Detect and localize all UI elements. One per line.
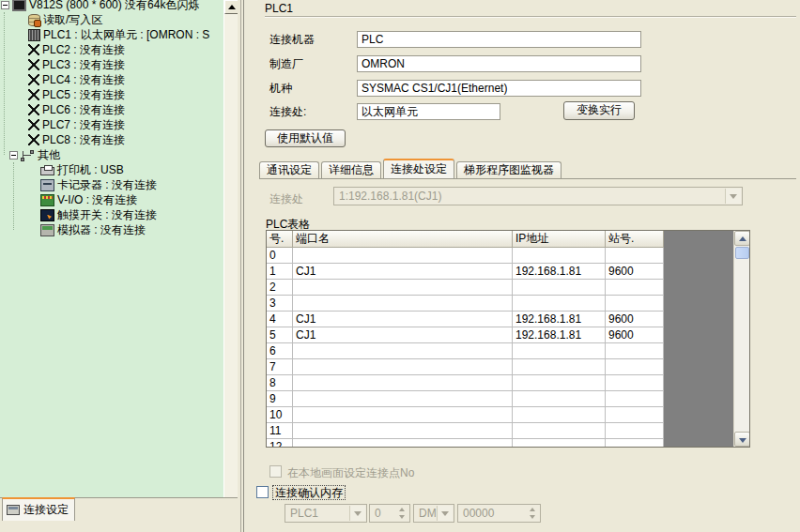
table-cell[interactable] bbox=[606, 343, 664, 359]
table-header-cell[interactable]: IP地址 bbox=[513, 231, 606, 248]
table-cell[interactable] bbox=[293, 343, 513, 359]
table-scroll-thumb[interactable] bbox=[735, 247, 749, 259]
table-cell[interactable]: 2 bbox=[267, 280, 293, 296]
number-spinner[interactable]: 0 bbox=[369, 504, 410, 523]
table-cell[interactable] bbox=[293, 375, 513, 391]
table-cell[interactable] bbox=[606, 391, 664, 407]
table-cell[interactable] bbox=[606, 407, 664, 423]
table-cell[interactable] bbox=[293, 423, 513, 439]
table-header-cell[interactable]: 端口名 bbox=[293, 231, 513, 248]
table-cell[interactable] bbox=[293, 248, 513, 264]
tree-item[interactable]: PLC3 : 没有连接 bbox=[0, 57, 223, 72]
tree-item[interactable]: V-I/O : 没有连接 bbox=[0, 192, 223, 207]
tree-item[interactable]: 触摸开关 : 没有连接 bbox=[0, 207, 223, 222]
table-cell[interactable]: 9600 bbox=[606, 327, 664, 343]
spinner-down-icon[interactable] bbox=[530, 515, 535, 519]
table-scroll-down-button[interactable] bbox=[734, 432, 750, 447]
table-cell[interactable]: 4 bbox=[267, 312, 293, 327]
table-row[interactable]: 0 bbox=[267, 248, 733, 264]
table-cell[interactable]: 9600 bbox=[606, 312, 664, 327]
target-combobox[interactable]: 1:192.168.1.81(CJ1) bbox=[333, 187, 743, 205]
tab-connection-settings[interactable]: 连接设定 bbox=[2, 497, 75, 521]
table-cell[interactable]: 11 bbox=[267, 423, 293, 439]
address-spinner[interactable]: 00000 bbox=[457, 504, 541, 523]
memory-type-combobox[interactable]: DM bbox=[413, 504, 454, 523]
table-cell[interactable]: 1 bbox=[267, 264, 293, 280]
dropdown-button[interactable] bbox=[725, 189, 741, 204]
tree-item[interactable]: PLC8 : 没有连接 bbox=[0, 132, 223, 147]
table-cell[interactable]: 192.168.1.81 bbox=[513, 264, 606, 280]
table-row[interactable]: 11 bbox=[267, 423, 733, 439]
tab-4[interactable]: 梯形程序图监视器 bbox=[456, 161, 562, 178]
table-row[interactable]: 2 bbox=[267, 280, 733, 296]
table-row[interactable]: 5CJ1192.168.1.819600 bbox=[267, 327, 733, 343]
table-cell[interactable] bbox=[606, 359, 664, 375]
table-cell[interactable]: CJ1 bbox=[293, 327, 513, 343]
table-row[interactable]: 10 bbox=[267, 407, 733, 423]
table-cell[interactable] bbox=[606, 423, 664, 439]
tree-scroll-up-button[interactable] bbox=[224, 0, 238, 14]
tree-item[interactable]: 模拟器 : 没有连接 bbox=[0, 222, 223, 237]
table-cell[interactable] bbox=[513, 343, 606, 359]
table-cell[interactable] bbox=[513, 359, 606, 375]
table-cell[interactable]: 192.168.1.81 bbox=[513, 312, 606, 327]
tree-item[interactable]: 其他 bbox=[0, 147, 223, 162]
table-cell[interactable]: 7 bbox=[267, 359, 293, 375]
table-cell[interactable]: CJ1 bbox=[293, 312, 513, 327]
table-cell[interactable]: 0 bbox=[267, 248, 293, 264]
tree-item[interactable]: PLC7 : 没有连接 bbox=[0, 117, 223, 132]
tree-item[interactable]: PLC1 : 以太网单元 : [OMRON : S bbox=[0, 27, 223, 42]
table-cell[interactable]: CJ1 bbox=[293, 264, 513, 280]
convert-execute-button[interactable]: 变换实行 bbox=[563, 101, 635, 120]
panel-splitter[interactable] bbox=[238, 0, 246, 532]
use-default-button[interactable]: 使用默认值 bbox=[265, 129, 346, 147]
spinner-up-icon[interactable] bbox=[399, 508, 405, 511]
table-cell[interactable] bbox=[606, 248, 664, 264]
table-cell[interactable] bbox=[606, 439, 664, 448]
table-cell[interactable]: 192.168.1.81 bbox=[513, 327, 606, 343]
table-cell[interactable] bbox=[513, 439, 606, 448]
spinner-up-icon[interactable] bbox=[530, 508, 535, 511]
table-cell[interactable] bbox=[513, 280, 606, 296]
table-cell[interactable]: 6 bbox=[267, 343, 293, 359]
table-cell[interactable] bbox=[606, 375, 664, 391]
table-cell[interactable] bbox=[606, 280, 664, 296]
table-cell[interactable] bbox=[513, 391, 606, 407]
tree-item[interactable]: PLC5 : 没有连接 bbox=[0, 87, 223, 102]
table-cell[interactable]: 9 bbox=[267, 391, 293, 407]
table-row[interactable]: 3 bbox=[267, 296, 733, 312]
table-row[interactable]: 6 bbox=[267, 343, 733, 359]
tree-item[interactable]: 打印机 : USB bbox=[0, 162, 223, 177]
tab-3[interactable]: 连接处设定 bbox=[383, 159, 454, 178]
tree-item[interactable]: 读取/写入区 bbox=[0, 12, 223, 27]
table-header-cell[interactable]: 号. bbox=[267, 231, 293, 248]
table-cell[interactable] bbox=[606, 296, 664, 312]
table-row[interactable]: 12 bbox=[267, 439, 733, 448]
tree-expand-toggle[interactable] bbox=[9, 151, 18, 160]
spinner-down-icon[interactable] bbox=[399, 515, 405, 519]
table-cell[interactable] bbox=[513, 407, 606, 423]
device-combobox[interactable]: PLC1 bbox=[285, 504, 367, 523]
table-cell[interactable] bbox=[293, 439, 513, 448]
table-row[interactable]: 9 bbox=[267, 391, 733, 407]
tree-expand-toggle[interactable] bbox=[1, 1, 9, 9]
table-cell[interactable] bbox=[293, 407, 513, 423]
table-cell[interactable] bbox=[513, 375, 606, 391]
tree-item[interactable]: PLC6 : 没有连接 bbox=[0, 102, 223, 117]
local-screen-checkbox[interactable] bbox=[269, 465, 282, 478]
tree-item[interactable]: PLC2 : 没有连接 bbox=[0, 42, 223, 57]
dropdown-button[interactable] bbox=[349, 506, 365, 521]
tab-1[interactable]: 通讯设定 bbox=[259, 161, 319, 178]
table-cell[interactable]: 8 bbox=[267, 375, 293, 391]
tab-2[interactable]: 详细信息 bbox=[321, 161, 381, 178]
table-cell[interactable] bbox=[293, 280, 513, 296]
tree-item[interactable]: PLC4 : 没有连接 bbox=[0, 72, 223, 87]
tree-item[interactable]: 卡记录器 : 没有连接 bbox=[0, 177, 223, 192]
table-cell[interactable]: 5 bbox=[267, 327, 293, 343]
table-cell[interactable]: 3 bbox=[267, 296, 293, 312]
table-scrollbar[interactable] bbox=[733, 231, 749, 447]
table-cell[interactable] bbox=[293, 391, 513, 407]
tree-scrollbar[interactable] bbox=[223, 0, 238, 532]
table-row[interactable]: 7 bbox=[267, 359, 733, 375]
table-cell[interactable] bbox=[513, 296, 606, 312]
